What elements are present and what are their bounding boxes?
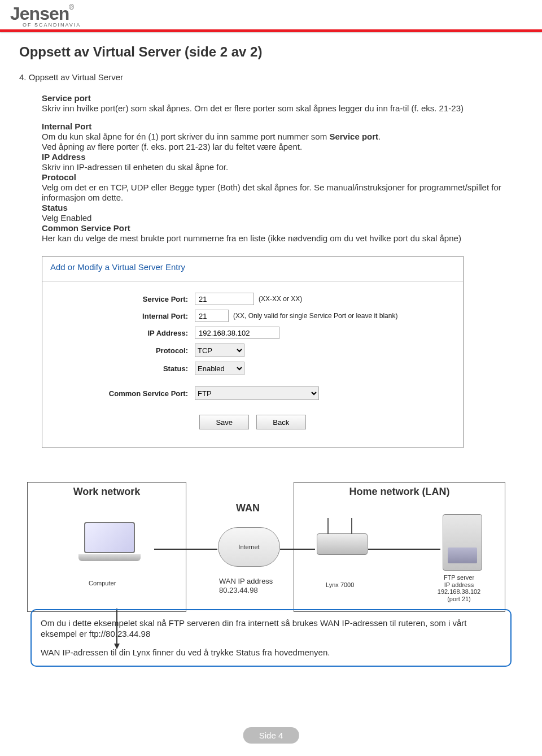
internet-cloud-icon: Internet	[218, 527, 280, 567]
ftp-server-label: FTP server IP address 192.168.38.102 (po…	[422, 574, 496, 603]
info-line1: Om du i dette eksempelet skal nå FTP ser…	[41, 618, 501, 640]
back-button[interactable]: Back	[256, 415, 306, 429]
label-internalport: Internal Port:	[48, 312, 195, 320]
def-ip-t: Skriv inn IP-adressen til enheten du ska…	[42, 162, 523, 172]
select-csp[interactable]: FTP	[195, 386, 319, 400]
work-network-title: Work network	[28, 486, 186, 498]
wan-ip-label: WAN IP address80.23.44.98	[219, 577, 273, 594]
label-csp: Common Service Port:	[48, 389, 195, 398]
page-title: Oppsett av Virtual Server (side 2 av 2)	[19, 44, 523, 60]
def-csp-h: Common Service Port	[42, 223, 130, 233]
def-proto-h: Protocol	[42, 172, 76, 182]
header-divider	[0, 29, 542, 32]
info-callout: Om du i dette eksempelet skal nå FTP ser…	[30, 609, 512, 667]
def-serviceport-h: Service port	[42, 93, 91, 103]
connector-line	[154, 549, 217, 550]
brand-name: Jensen	[10, 3, 69, 24]
server-icon	[443, 514, 482, 571]
info-line2: WAN IP-adressen til din Lynx finner du v…	[41, 648, 501, 658]
def-ip-h: IP Address	[42, 152, 86, 162]
def-internalport-t2: Ved åpning av flere porter (f. eks. port…	[42, 142, 523, 152]
laptop-icon	[78, 522, 141, 564]
label-serviceport: Service Port:	[48, 295, 195, 303]
router-icon	[317, 533, 368, 555]
home-network-box: Home network (LAN) Lynx 7000 FTP server …	[294, 482, 505, 612]
save-button[interactable]: Save	[199, 415, 249, 429]
hint-serviceport: (XX-XX or XX)	[259, 295, 302, 303]
label-status: Status:	[48, 364, 195, 373]
def-serviceport-t: Skriv inn hvilke port(er) som skal åpnes…	[42, 103, 523, 114]
def-csp-t: Her kan du velge de mest brukte port num…	[42, 233, 523, 244]
wan-label: WAN	[236, 502, 260, 514]
connector-line	[368, 549, 440, 550]
select-status[interactable]: Enabled	[195, 362, 244, 375]
input-serviceport[interactable]	[195, 293, 254, 305]
input-ip[interactable]	[195, 327, 279, 339]
label-protocol: Protocol:	[48, 346, 195, 355]
computer-label: Computer	[89, 580, 116, 586]
router-panel: Add or Modify a Virtual Server Entry Ser…	[42, 256, 464, 448]
step-heading: 4. Oppsett av Virtual Server	[19, 72, 523, 82]
work-network-box: Work network Computer	[27, 482, 186, 612]
connector-line	[280, 549, 315, 550]
home-network-title: Home network (LAN)	[294, 486, 505, 498]
brand-reg: ®	[69, 3, 74, 11]
page-number: Side 4	[243, 727, 299, 744]
brand-sub: OF SCANDINAVIA	[23, 22, 81, 28]
label-ip: IP Address:	[48, 329, 195, 337]
def-internalport-t1: Om du kun skal åpne for én (1) port skri…	[42, 132, 523, 142]
select-protocol[interactable]: TCP	[195, 344, 244, 357]
brand-logo: Jensen® OF SCANDINAVIA	[10, 3, 81, 28]
def-proto-t: Velg om det er en TCP, UDP eller Begge t…	[42, 183, 523, 203]
definitions: Service port Skriv inn hvilke port(er) s…	[42, 93, 523, 244]
def-status-h: Status	[42, 203, 68, 212]
hint-internalport: (XX, Only valid for single Service Port …	[233, 312, 397, 320]
lynx-label: Lynx 7000	[326, 581, 354, 588]
def-internalport-h: Internal Port	[42, 121, 91, 131]
def-status-t: Velg Enabled	[42, 213, 523, 223]
panel-title: Add or Modify a Virtual Server Entry	[42, 257, 463, 281]
input-internalport[interactable]	[195, 310, 229, 322]
